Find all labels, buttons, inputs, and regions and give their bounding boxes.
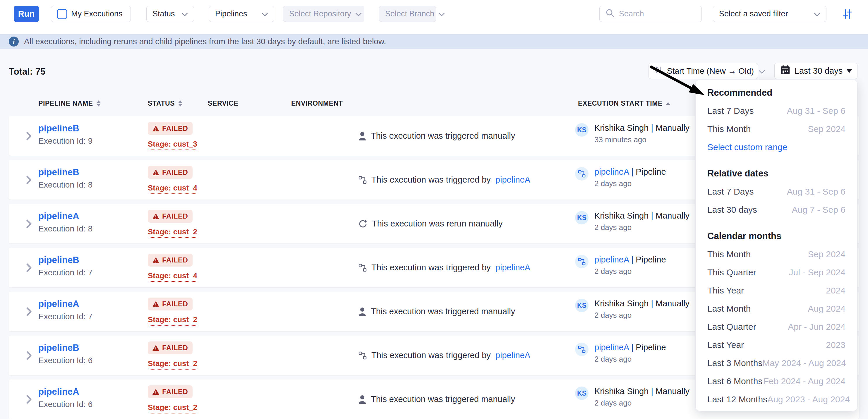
info-banner-text: All executions, including reruns and chi… (24, 37, 386, 46)
date-range-button[interactable]: Last 30 days (774, 63, 858, 79)
trigger-text: This execution was triggered manually (371, 131, 515, 141)
trigger-pipeline-link[interactable]: pipelineA (495, 175, 530, 185)
row-expand-chevron[interactable] (26, 351, 32, 360)
select-branch-dropdown[interactable]: Select Branch (379, 6, 436, 22)
starter-pipeline-link[interactable]: pipelineA (594, 343, 629, 352)
user-icon (359, 395, 366, 404)
row-expand-chevron[interactable] (26, 263, 32, 272)
search-icon (606, 8, 614, 19)
trigger-text: This execution was triggered manually (371, 394, 515, 404)
date-range-panel: Recommended Last 7 Days Aug 31 - Sep 6 T… (695, 79, 858, 411)
execution-id: Execution Id: 8 (38, 224, 92, 233)
execution-id: Execution Id: 7 (38, 312, 92, 321)
date-range-option[interactable]: Last 7 Days Aug 31 - Sep 6 (707, 102, 845, 120)
avatar: KS (575, 387, 589, 400)
pipeline-icon (359, 264, 367, 272)
execution-id: Execution Id: 8 (38, 180, 92, 190)
select-repository-dropdown[interactable]: Select Repository (283, 6, 364, 22)
sort-asc-icon (666, 102, 670, 105)
date-range-option[interactable]: Last 12 Months Aug 2023 - Aug 2024 (707, 390, 845, 409)
column-sort-icon[interactable] (178, 100, 182, 106)
chevron-down-icon (355, 9, 362, 19)
date-range-option[interactable]: This Month Sep 2024 (707, 120, 845, 138)
date-range-label: Last 30 days (795, 66, 842, 76)
top-toolbar: Run My Executions Status Pipelines Selec… (0, 0, 868, 34)
date-range-option[interactable]: Last Year 2023 (707, 336, 845, 354)
date-range-option-label: Last 7 Days (707, 187, 753, 197)
pipeline-name-link[interactable]: pipelineB (38, 167, 79, 177)
status-badge-text: FAILED (162, 388, 188, 396)
date-range-option-value: May 2024 - Aug 2024 (762, 358, 846, 368)
my-executions-checkbox[interactable] (57, 9, 67, 19)
pipeline-icon (359, 351, 367, 360)
status-badge: FAILED (148, 342, 192, 354)
date-range-option[interactable]: Last 30 days Aug 7 - Sep 6 (707, 201, 845, 219)
failed-stage-link[interactable]: Stage: cust_2 (148, 359, 197, 369)
column-header-pipeline-name[interactable]: PIPELINE NAME (38, 97, 101, 109)
date-range-option[interactable]: Last Quarter Apr - Jun 2024 (707, 318, 845, 336)
execution-id: Execution Id: 9 (38, 136, 92, 146)
search-box[interactable] (599, 6, 702, 22)
date-range-option[interactable]: Select custom range (707, 138, 845, 156)
sort-dropdown-label: Start Time (New → Old) (667, 66, 754, 76)
search-input[interactable] (618, 9, 695, 19)
date-range-option[interactable]: Last 7 Days Aug 31 - Sep 6 (707, 183, 845, 201)
select-repository-label: Select Repository (289, 9, 351, 19)
column-header-environment: ENVIRONMENT (291, 97, 343, 109)
column-sort-icon[interactable] (97, 100, 101, 106)
sort-arrows-icon (655, 66, 662, 76)
pipeline-name-link[interactable]: pipelineA (38, 299, 79, 309)
pipelines-dropdown[interactable]: Pipelines (209, 6, 274, 22)
starter-text: | Pipeline (629, 343, 666, 352)
failed-stage-link[interactable]: Stage: cust_4 (148, 271, 197, 282)
execution-id: Execution Id: 6 (38, 400, 92, 409)
failed-stage-link[interactable]: Stage: cust_3 (148, 139, 197, 150)
date-range-option-label: Last 12 Months (707, 394, 767, 405)
date-range-option[interactable]: This Year 2024 (707, 282, 845, 300)
pipeline-name-link[interactable]: pipelineA (38, 387, 79, 397)
row-expand-chevron[interactable] (26, 219, 32, 228)
row-expand-chevron[interactable] (26, 131, 32, 141)
pipeline-name-link[interactable]: pipelineA (38, 211, 79, 221)
status-dropdown[interactable]: Status (146, 6, 194, 22)
date-range-option-value: Apr - Jun 2024 (788, 322, 845, 332)
status-badge: FAILED (148, 122, 192, 135)
pipeline-name-link[interactable]: pipelineB (38, 123, 79, 133)
my-executions-filter[interactable]: My Executions (51, 6, 131, 22)
trigger-pipeline-link[interactable]: pipelineA (495, 263, 530, 272)
pipeline-name-link[interactable]: pipelineB (38, 343, 79, 353)
time-ago: 2 days ago (594, 311, 689, 320)
starter-name: Krishika Singh | Manually (594, 211, 689, 221)
date-range-option[interactable]: This Month Sep 2024 (707, 245, 845, 263)
status-badge: FAILED (148, 297, 192, 311)
sort-dropdown[interactable]: Start Time (New → Old) (649, 63, 758, 79)
run-button[interactable]: Run (14, 6, 39, 22)
failed-stage-link[interactable]: Stage: cust_4 (148, 184, 197, 194)
row-expand-chevron[interactable] (26, 307, 32, 316)
time-ago: 2 days ago (594, 267, 666, 276)
filter-sliders-icon[interactable] (840, 8, 855, 21)
pipeline-avatar-icon (575, 167, 589, 181)
status-badge: FAILED (148, 254, 192, 266)
trigger-text: This execution was triggered by (371, 351, 491, 360)
starter-pipeline-link[interactable]: pipelineA (594, 167, 629, 176)
failed-stage-link[interactable]: Stage: cust_2 (148, 403, 197, 413)
trigger-pipeline-link[interactable]: pipelineA (495, 351, 530, 360)
date-range-option[interactable]: This Quarter Jul - Sep 2024 (707, 263, 845, 282)
date-range-option-value: Aug 2024 (808, 304, 845, 314)
warning-icon (152, 257, 159, 263)
failed-stage-link[interactable]: Stage: cust_2 (148, 315, 197, 326)
date-range-option[interactable]: Last Month Aug 2024 (707, 300, 845, 318)
failed-stage-link[interactable]: Stage: cust_2 (148, 227, 197, 238)
row-expand-chevron[interactable] (26, 175, 32, 185)
total-count: Total: 75 (9, 66, 45, 77)
pipeline-avatar-icon (575, 343, 589, 356)
saved-filter-dropdown[interactable]: Select a saved filter (713, 6, 827, 22)
column-header-status[interactable]: STATUS (148, 97, 182, 109)
row-expand-chevron[interactable] (26, 395, 32, 404)
date-range-option[interactable]: Last 3 Months May 2024 - Aug 2024 (707, 354, 845, 372)
pipeline-name-link[interactable]: pipelineB (38, 255, 79, 265)
date-range-option[interactable]: Last 6 Months Feb 2024 - Aug 2024 (707, 372, 845, 390)
column-header-execution-start-time[interactable]: EXECUTION START TIME (578, 97, 670, 109)
starter-pipeline-link[interactable]: pipelineA (594, 255, 629, 264)
